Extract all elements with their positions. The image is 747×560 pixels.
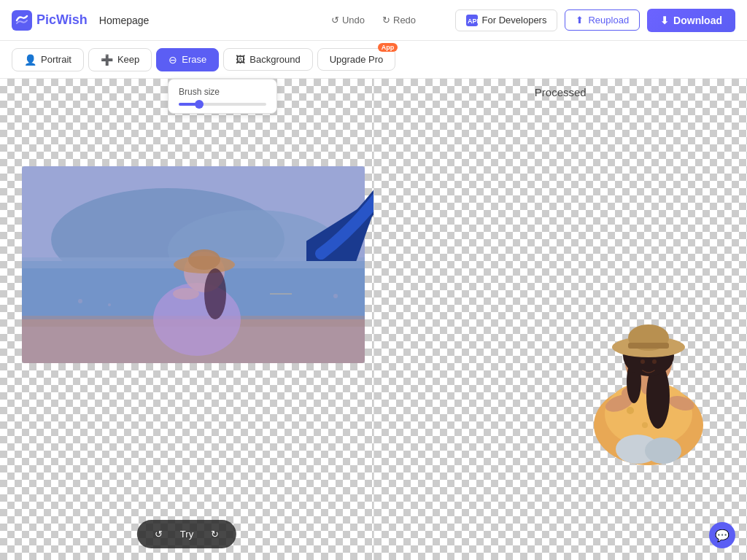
bottom-try-button[interactable]: Try xyxy=(174,526,199,542)
bottom-undo-icon: ↺ xyxy=(155,529,163,540)
undo-button[interactable]: ↺ Undo xyxy=(324,12,372,28)
bottom-redo-button[interactable]: ↻ xyxy=(205,526,225,542)
erase-icon: ⊖ xyxy=(169,54,177,66)
cutout-svg xyxy=(572,268,725,465)
download-icon: ⬇ xyxy=(660,15,669,26)
portrait-button[interactable]: 👤 Portrait xyxy=(12,48,84,71)
portrait-label: Portrait xyxy=(41,54,71,65)
keep-label: Keep xyxy=(117,54,139,65)
app-badge: App xyxy=(378,43,398,52)
help-icon: 💬 xyxy=(715,529,729,542)
keep-icon: ➕ xyxy=(101,54,113,66)
portrait-icon: 👤 xyxy=(24,54,36,66)
undo-icon: ↺ xyxy=(331,15,339,26)
redo-icon: ↻ xyxy=(382,15,390,26)
erase-label: Erase xyxy=(182,54,206,65)
svg-point-18 xyxy=(204,268,226,319)
logo-area: PicWish xyxy=(12,10,88,31)
bottom-try-label: Try xyxy=(180,529,193,540)
reupload-icon: ⬆ xyxy=(576,15,584,26)
bottom-redo-icon: ↻ xyxy=(211,529,219,540)
svg-point-41 xyxy=(640,359,645,364)
right-canvas-panel: Processed xyxy=(374,79,748,560)
svg-rect-40 xyxy=(628,343,669,349)
brush-size-slider[interactable] xyxy=(179,103,266,106)
svg-point-24 xyxy=(627,407,634,414)
help-button[interactable]: 💬 xyxy=(709,522,735,548)
svg-point-17 xyxy=(188,249,220,270)
erase-button[interactable]: ⊖ Erase xyxy=(156,48,219,71)
original-image xyxy=(22,166,365,363)
header: PicWish Homepage ↺ Undo ↻ Redo API For D… xyxy=(0,0,747,41)
processed-image xyxy=(572,268,725,465)
bottom-toolbar: ↺ Try ↻ xyxy=(137,520,236,548)
reupload-label: Reupload xyxy=(588,15,629,26)
upgrade-pro-button[interactable]: App Upgrade Pro xyxy=(317,48,396,71)
left-canvas-panel xyxy=(0,79,374,560)
api-icon: API xyxy=(466,15,478,26)
svg-point-19 xyxy=(173,288,199,300)
brush-size-tooltip: Brush size xyxy=(168,79,277,114)
main-content: Processed xyxy=(0,79,747,560)
svg-text:API: API xyxy=(468,18,478,25)
beach-scene-svg xyxy=(22,166,365,363)
header-right: API For Developers ⬆ Reupload ⬇ Download xyxy=(455,9,735,32)
logo-text: PicWish xyxy=(36,12,88,28)
upgrade-label: Upgrade Pro xyxy=(330,54,384,65)
redo-label: Redo xyxy=(393,15,416,26)
keep-button[interactable]: ➕ Keep xyxy=(88,48,152,71)
picwish-logo-icon xyxy=(12,10,32,31)
download-label: Download xyxy=(673,15,722,26)
background-icon: 🖼 xyxy=(236,54,245,65)
svg-point-29 xyxy=(645,438,681,464)
background-button[interactable]: 🖼 Background xyxy=(223,48,312,71)
svg-rect-0 xyxy=(12,10,32,31)
bottom-undo-button[interactable]: ↺ xyxy=(149,526,169,542)
processed-label: Processed xyxy=(535,86,587,98)
download-button[interactable]: ⬇ Download xyxy=(647,9,735,32)
for-developers-label: For Developers xyxy=(482,15,547,26)
for-developers-button[interactable]: API For Developers xyxy=(455,9,558,31)
svg-point-26 xyxy=(642,422,648,428)
background-label: Background xyxy=(249,54,300,65)
undo-label: Undo xyxy=(342,15,365,26)
brush-slider-fill xyxy=(179,103,196,106)
brush-size-label: Brush size xyxy=(179,87,266,97)
toolbar: 👤 Portrait ➕ Keep ⊖ Erase 🖼 Background A… xyxy=(0,41,747,79)
brush-slider-thumb xyxy=(195,100,204,109)
svg-point-42 xyxy=(652,359,657,364)
reupload-button[interactable]: ⬆ Reupload xyxy=(565,9,640,31)
undo-redo-group: ↺ Undo ↻ Redo xyxy=(324,12,423,28)
homepage-label: Homepage xyxy=(99,15,150,26)
redo-button[interactable]: ↻ Redo xyxy=(375,12,423,28)
